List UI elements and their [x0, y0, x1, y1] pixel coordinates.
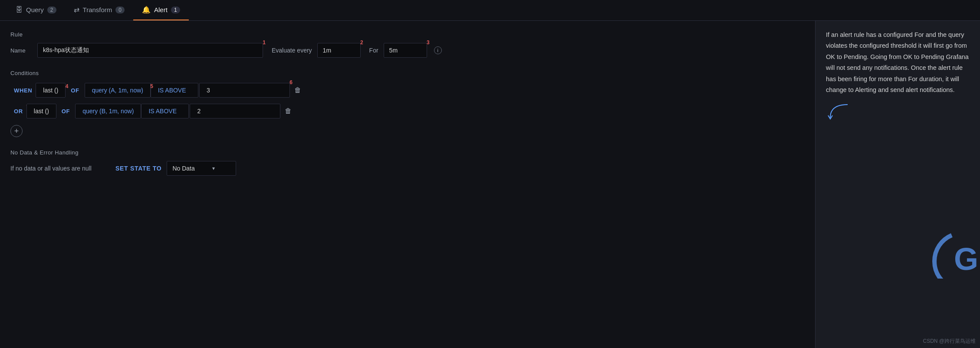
evaluate-input[interactable]: [317, 43, 361, 58]
cond-query-1[interactable]: query (B, 1m, now): [75, 104, 141, 118]
cond-when: WHEN: [10, 87, 36, 94]
tab-query-label: Query: [26, 6, 44, 13]
tabs-bar: 🗄 Query 2 ⇄ Transform 0 🔔 Alert 1: [0, 0, 980, 21]
conditions-section-label: Conditions: [10, 70, 805, 76]
cond-or: OR: [10, 108, 26, 115]
no-data-dropdown[interactable]: No Data ▾: [167, 161, 236, 176]
cond-of-0: OF: [66, 87, 84, 94]
no-data-dropdown-value: No Data: [172, 165, 194, 172]
name-input-wrapper: 1: [37, 43, 263, 58]
no-data-section-label: No Data & Error Handling: [10, 149, 805, 156]
cond-func-1[interactable]: last (): [26, 104, 56, 118]
func-0-wrapper: last () 4: [36, 87, 66, 94]
curved-arrow: [826, 102, 970, 123]
value-0-wrapper: 6: [198, 83, 290, 98]
tab-query[interactable]: 🗄 Query 2: [7, 0, 65, 20]
for-annotation: 3: [427, 39, 430, 46]
tab-transform-label: Transform: [83, 6, 112, 13]
or-prefix-wrapper: OR 7: [10, 108, 26, 115]
name-label: Name: [10, 47, 32, 54]
value-0-annotation: 6: [289, 79, 293, 85]
main-content: Rule Name 1 Evaluate every 2 For 3 i: [0, 21, 980, 348]
tooltip-text: If an alert rule has a configured For an…: [826, 30, 970, 95]
func-0-annotation: 4: [66, 83, 69, 89]
cond-of-1: OF: [56, 108, 75, 115]
dropdown-arrow-icon: ▾: [212, 165, 215, 171]
query-0-annotation: 5: [150, 83, 153, 89]
right-panel: If an alert rule has a configured For an…: [815, 21, 980, 348]
tab-alert-label: Alert: [154, 6, 168, 13]
delete-condition-0[interactable]: 🗑: [290, 86, 306, 94]
add-condition-button[interactable]: +: [10, 125, 23, 137]
rule-section-label: Rule: [10, 31, 805, 38]
cond-value-1[interactable]: [190, 104, 280, 118]
set-state-label: SET STATE TO: [115, 165, 161, 172]
svg-text:G: G: [954, 242, 978, 276]
evaluate-annotation: 2: [360, 39, 363, 46]
delete-condition-1[interactable]: 🗑: [280, 107, 296, 115]
left-panel: Rule Name 1 Evaluate every 2 For 3 i: [0, 21, 815, 348]
for-label: For: [369, 47, 378, 54]
func-1-wrapper: last (): [26, 108, 56, 115]
for-input-wrapper: 3: [384, 43, 427, 58]
tab-transform-badge: 0: [115, 7, 125, 13]
condition-row-1: OR 7 last () OF query (B, 1m, now) IS AB…: [10, 102, 805, 120]
csdn-watermark: CSDN @跨行菜鸟运维: [918, 334, 980, 348]
for-input[interactable]: [384, 43, 427, 58]
cond-comparator-0[interactable]: IS ABOVE: [151, 83, 198, 98]
evaluate-label: Evaluate every: [272, 47, 312, 54]
transform-icon: ⇄: [74, 6, 79, 14]
rule-row: Name 1 Evaluate every 2 For 3 i: [10, 43, 805, 58]
tab-alert-badge: 1: [171, 7, 180, 13]
grafana-logo-partial: G: [928, 227, 980, 279]
tab-transform[interactable]: ⇄ Transform 0: [65, 0, 133, 20]
tab-query-badge: 2: [47, 7, 56, 13]
no-data-row: If no data or all values are null SET ST…: [10, 161, 805, 176]
rule-section: Rule Name 1 Evaluate every 2 For 3 i: [10, 31, 805, 58]
cond-func-0[interactable]: last (): [36, 83, 66, 98]
no-data-section: No Data & Error Handling If no data or a…: [10, 149, 805, 176]
cond-query-0[interactable]: query (A, 1m, now): [85, 83, 151, 98]
condition-row-0: WHEN last () 4 OF query (A, 1m, now) 5 I…: [10, 82, 805, 99]
query-1-wrapper: query (B, 1m, now): [75, 108, 141, 115]
query-icon: 🗄: [16, 6, 23, 14]
tab-alert[interactable]: 🔔 Alert 1: [133, 0, 189, 20]
conditions-section: Conditions WHEN last () 4 OF query (A, 1…: [10, 70, 805, 137]
name-input[interactable]: [37, 43, 263, 58]
no-data-desc: If no data or all values are null: [10, 165, 110, 172]
name-annotation: 1: [263, 39, 266, 46]
when-prefix-wrapper: WHEN: [10, 87, 36, 94]
query-0-wrapper: query (A, 1m, now) 5: [85, 87, 151, 94]
cond-comparator-1[interactable]: IS ABOVE: [141, 104, 189, 118]
evaluate-input-wrapper: 2: [317, 43, 361, 58]
alert-icon: 🔔: [142, 6, 151, 14]
cond-value-0[interactable]: [199, 83, 290, 98]
for-info-icon[interactable]: i: [434, 46, 442, 54]
